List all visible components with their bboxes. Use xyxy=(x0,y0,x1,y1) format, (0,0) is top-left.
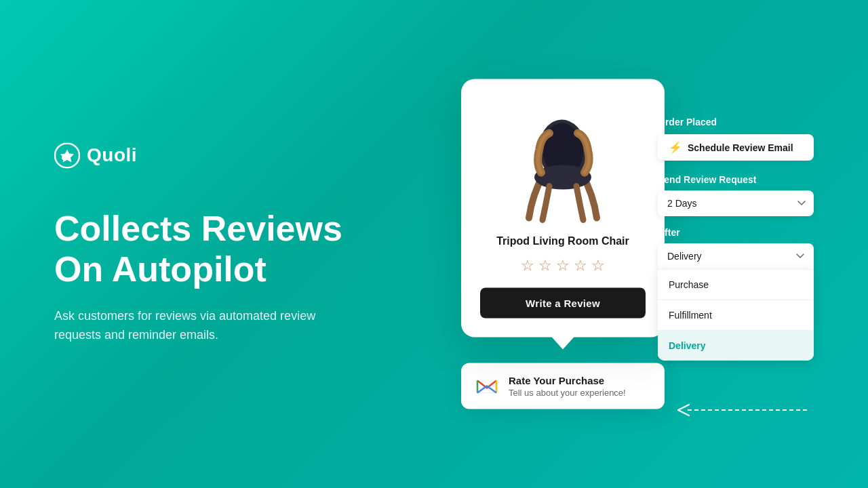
star-3: ☆ xyxy=(556,257,570,274)
option-purchase[interactable]: Purchase xyxy=(658,269,814,300)
order-placed-label: Order Placed xyxy=(658,117,814,127)
headline: Collects Reviews On Autopilot xyxy=(54,209,393,290)
selected-value: Delivery xyxy=(667,251,702,262)
left-section: Quoli Collects Reviews On Autopilot Ask … xyxy=(54,142,393,345)
star-5: ☆ xyxy=(591,257,605,274)
logo-icon xyxy=(54,142,80,168)
email-card: Rate Your Purchase Tell us about your ex… xyxy=(461,363,665,409)
option-delivery[interactable]: Delivery xyxy=(658,330,814,361)
logo-text: Quoli xyxy=(87,144,137,166)
email-title: Rate Your Purchase xyxy=(509,375,626,386)
svg-point-1 xyxy=(62,155,67,160)
right-panel: Order Placed ⚡ Schedule Review Email Sen… xyxy=(658,117,814,371)
send-review-label: Send Review Request xyxy=(658,174,814,185)
center-area: Tripod Living Room Chair ☆ ☆ ☆ ☆ ☆ Write… xyxy=(461,79,665,409)
dashed-arrow-svg xyxy=(665,390,814,430)
star-1: ☆ xyxy=(521,257,534,274)
chevron-down-icon xyxy=(796,253,804,259)
after-label: After xyxy=(658,227,814,238)
product-card: Tripod Living Room Chair ☆ ☆ ☆ ☆ ☆ Write… xyxy=(461,79,665,338)
option-fulfillment[interactable]: Fulfillment xyxy=(658,300,814,330)
after-dropdown-wrapper: Delivery Purchase Fulfillment Delivery xyxy=(658,243,814,361)
gmail-icon xyxy=(475,374,499,399)
write-review-button[interactable]: Write a Review xyxy=(480,288,646,319)
bolt-icon: ⚡ xyxy=(669,141,682,154)
email-content: Rate Your Purchase Tell us about your ex… xyxy=(509,375,626,398)
schedule-btn-label: Schedule Review Email xyxy=(688,142,793,153)
chair-image xyxy=(480,100,646,235)
email-subtitle: Tell us about your experience! xyxy=(509,388,626,398)
product-name: Tripod Living Room Chair xyxy=(480,235,646,247)
after-dropdown-selected[interactable]: Delivery xyxy=(658,243,814,269)
subtext: Ask customers for reviews via automated … xyxy=(54,306,339,346)
star-4: ☆ xyxy=(574,257,587,274)
days-dropdown[interactable]: 2 Days 3 Days 5 Days 7 Days xyxy=(658,190,814,216)
dropdown-options-list: Purchase Fulfillment Delivery xyxy=(658,269,814,361)
schedule-review-button[interactable]: ⚡ Schedule Review Email xyxy=(658,134,814,161)
star-2: ☆ xyxy=(538,257,552,274)
star-rating: ☆ ☆ ☆ ☆ ☆ xyxy=(480,257,646,274)
logo-area: Quoli xyxy=(54,142,393,168)
